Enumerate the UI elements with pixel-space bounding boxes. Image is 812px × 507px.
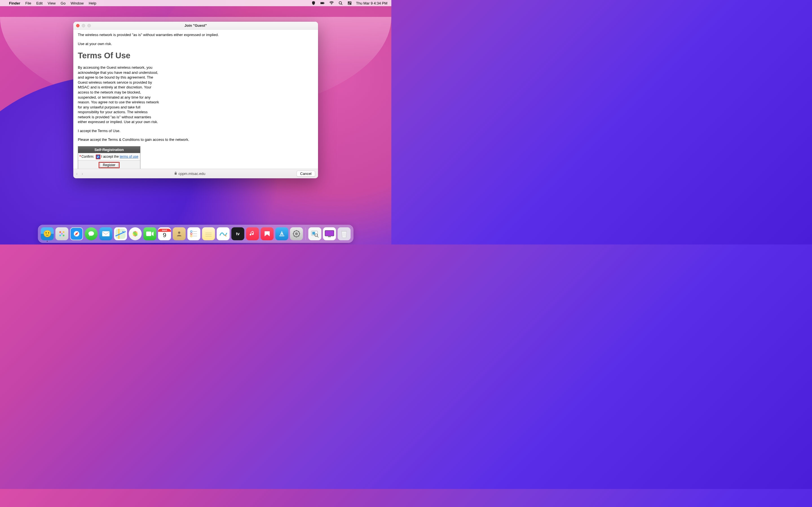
svg-line-4 xyxy=(341,4,342,5)
svg-rect-48 xyxy=(312,232,315,235)
battery-icon[interactable] xyxy=(320,1,325,6)
captive-portal-window: Join "Guest" The wireless network is pro… xyxy=(73,22,318,178)
dock-news-icon[interactable] xyxy=(261,227,274,240)
menu-file[interactable]: File xyxy=(26,1,31,5)
accept-line: I accept the Terms of Use. xyxy=(78,128,313,133)
dock-launchpad-icon[interactable] xyxy=(56,227,68,240)
intro-para-1: The wireless network is provided "as is"… xyxy=(78,33,313,38)
self-registration-table: Self-Registration * Confirm: I accept th… xyxy=(78,146,140,169)
svg-point-38 xyxy=(295,232,298,235)
svg-rect-53 xyxy=(341,231,347,231)
svg-point-6 xyxy=(348,2,349,3)
accept-checkbox[interactable] xyxy=(96,155,100,159)
dock-preview-icon[interactable] xyxy=(308,227,321,240)
svg-point-13 xyxy=(63,235,64,236)
dock-freeform-icon[interactable] xyxy=(217,227,230,240)
svg-rect-52 xyxy=(328,236,331,237)
svg-point-26 xyxy=(191,231,192,232)
menu-help[interactable]: Help xyxy=(89,1,96,5)
menu-view[interactable]: View xyxy=(48,1,56,5)
lock-icon xyxy=(174,172,177,176)
please-accept-line: Please accept the Terms & Conditions to … xyxy=(78,137,313,142)
svg-point-11 xyxy=(63,231,64,233)
accept-prefix: I accept the xyxy=(101,155,119,159)
address-display: cppm.mtsac.edu xyxy=(86,172,294,176)
svg-rect-9 xyxy=(174,173,176,175)
svg-rect-51 xyxy=(325,230,334,236)
dock-separator xyxy=(306,228,306,240)
control-center-icon[interactable] xyxy=(347,1,352,6)
app-menu[interactable]: Finder xyxy=(9,1,20,5)
nav-back-icon: ‹ xyxy=(76,171,78,176)
terms-of-use-link[interactable]: terms of use xyxy=(119,155,138,159)
menu-window[interactable]: Window xyxy=(70,1,84,5)
svg-point-28 xyxy=(191,233,192,235)
svg-rect-2 xyxy=(324,3,324,4)
dock-calendar-icon[interactable]: MAR 9 xyxy=(158,227,171,240)
dock-tv-icon[interactable]: tv xyxy=(232,227,245,240)
window-bottombar: ‹ › cppm.mtsac.edu Cancel xyxy=(73,169,318,178)
svg-rect-24 xyxy=(146,231,151,236)
cancel-button[interactable]: Cancel xyxy=(297,171,315,177)
nav-forward-icon: › xyxy=(82,171,83,176)
svg-point-25 xyxy=(178,231,181,234)
window-content: The wireless network is provided "as is"… xyxy=(73,30,318,169)
window-title: Join "Guest" xyxy=(73,23,318,27)
window-titlebar[interactable]: Join "Guest" xyxy=(73,22,318,30)
confirm-label: Confirm: xyxy=(82,154,94,159)
dock-photos-icon[interactable] xyxy=(129,227,142,240)
dock-maps-icon[interactable] xyxy=(114,227,127,240)
dock-music-icon[interactable] xyxy=(246,227,259,240)
svg-rect-36 xyxy=(280,235,285,236)
dock-notes-icon[interactable] xyxy=(202,227,215,240)
menu-bar: Finder File Edit View Go Window Help Thu… xyxy=(0,0,391,6)
svg-point-14 xyxy=(61,233,63,235)
dock-messages-icon[interactable] xyxy=(85,227,98,240)
dock-screenshot-icon[interactable] xyxy=(323,227,336,240)
dock-facetime-icon[interactable] xyxy=(144,227,156,240)
register-row: Register xyxy=(78,160,140,169)
dock: 🙂 MAR 9 tv xyxy=(38,225,354,243)
svg-point-16 xyxy=(89,231,94,236)
svg-rect-17 xyxy=(102,231,110,236)
dock-mail-icon[interactable] xyxy=(100,227,112,240)
register-button[interactable]: Register xyxy=(100,163,119,168)
required-star-icon: * xyxy=(80,154,81,159)
register-highlight: Register xyxy=(99,162,120,168)
svg-point-30 xyxy=(191,235,192,237)
dock-settings-icon[interactable] xyxy=(290,227,303,240)
svg-point-12 xyxy=(59,235,61,236)
terms-body: By accessing the Guest wireless network,… xyxy=(78,65,160,124)
vpn-icon[interactable] xyxy=(311,1,316,6)
svg-line-50 xyxy=(317,236,319,237)
registration-header: Self-Registration xyxy=(78,147,140,153)
wifi-icon[interactable] xyxy=(329,1,334,6)
terms-heading: Terms Of Use xyxy=(78,50,313,61)
svg-rect-1 xyxy=(320,3,324,4)
menu-go[interactable]: Go xyxy=(61,1,65,5)
svg-point-3 xyxy=(339,2,342,4)
datetime[interactable]: Thu Mar 9 4:34 PM xyxy=(356,1,388,5)
svg-point-8 xyxy=(350,4,351,4)
dock-appstore-icon[interactable] xyxy=(275,227,289,240)
address-text: cppm.mtsac.edu xyxy=(179,172,205,176)
dock-safari-icon[interactable] xyxy=(70,227,83,240)
dock-finder-icon[interactable]: 🙂 xyxy=(41,227,54,240)
dock-trash-icon[interactable] xyxy=(338,227,351,240)
spotlight-icon[interactable] xyxy=(338,1,343,6)
confirm-row: * Confirm: I accept the terms of use xyxy=(78,153,140,160)
menu-edit[interactable]: Edit xyxy=(36,1,43,5)
accept-text: I accept the terms of use xyxy=(101,154,138,159)
svg-point-35 xyxy=(220,235,220,236)
dock-contacts-icon[interactable] xyxy=(173,227,186,240)
svg-point-10 xyxy=(59,231,61,233)
calendar-day-label: 9 xyxy=(158,232,171,238)
dock-reminders-icon[interactable] xyxy=(188,227,200,240)
intro-para-2: Use at your own risk. xyxy=(78,41,313,47)
svg-marker-15 xyxy=(74,231,79,236)
